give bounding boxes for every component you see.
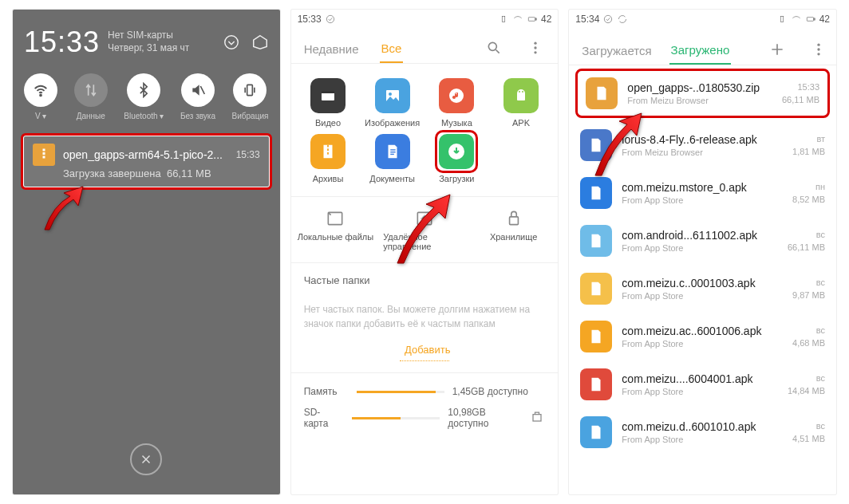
file-name: com.meizu.d..6001010.apk: [622, 420, 783, 433]
toggle-label: Данные: [77, 112, 105, 120]
storage-name: Память: [304, 386, 349, 397]
svg-point-39: [818, 48, 820, 50]
download-item[interactable]: com.android...6111002.apkFrom App Storeв…: [569, 217, 836, 265]
phone-notification-shade: 15:33 Нет SIM-карты Четверг, 31 мая чт V…: [13, 10, 280, 494]
toggle-label: Bluetooth ▾: [124, 112, 164, 120]
file-meta: вс9,87 MB: [792, 276, 825, 302]
file-name: com.meizu....6004001.apk: [622, 372, 778, 385]
file-icon: [586, 77, 618, 109]
expand-icon[interactable]: [223, 33, 240, 51]
location-item[interactable]: Локальные файлы: [291, 197, 381, 262]
file-meta: пн8,52 MB: [792, 180, 825, 207]
tab-downloaded[interactable]: Загружено: [669, 37, 732, 65]
category-Документы[interactable]: Документы: [360, 134, 424, 183]
clear-notifications-button[interactable]: [130, 443, 162, 475]
svg-point-7: [326, 15, 334, 22]
category-Видео[interactable]: Видео: [296, 78, 361, 128]
tab-recent[interactable]: Недавние: [302, 36, 361, 62]
svg-point-12: [535, 41, 537, 44]
svg-rect-9: [528, 18, 535, 22]
download-notification[interactable]: open_gapps-arm64-5.1-pico-2... 15:33 Заг…: [21, 133, 272, 190]
category-icon: [310, 134, 346, 169]
check-icon: [325, 14, 336, 25]
toggle-data[interactable]: Данные: [74, 73, 108, 120]
add-button[interactable]: Добавить: [400, 339, 449, 361]
add-icon[interactable]: [763, 38, 792, 64]
category-label: Изображения: [365, 118, 420, 128]
download-item[interactable]: lorus-8.4-Fly..6-release.apkFrom Meizu B…: [569, 121, 836, 169]
sync-icon: [617, 14, 628, 25]
storage-row[interactable]: Память1,45GB доступно: [304, 381, 546, 402]
tab-downloading[interactable]: Загружается: [580, 37, 653, 64]
status-time: 15:33: [298, 14, 322, 25]
category-label: Документы: [369, 174, 415, 183]
category-label: Загрузки: [439, 174, 474, 183]
file-meta: 15:3366,11 MB: [782, 81, 819, 107]
phone-downloads: 15:34 42 Загружается Загружено open_gapp…: [569, 10, 836, 494]
file-source: From App Store: [622, 387, 778, 396]
file-name: open_gapps-..0180530.zip: [627, 81, 772, 94]
fm-tabs: Недавние Все: [291, 29, 559, 64]
wifi-icon: [512, 14, 523, 25]
download-item[interactable]: open_gapps-..0180530.zipFrom Meizu Brows…: [575, 69, 830, 118]
notification-title: open_gapps-arm64-5.1-pico-2...: [63, 148, 228, 161]
svg-rect-27: [390, 154, 394, 155]
download-item[interactable]: com.meizu.ac..6001006.apkFrom App Storeв…: [569, 313, 836, 360]
category-Изображения[interactable]: Изображения: [360, 78, 424, 128]
file-source: From App Store: [622, 339, 783, 348]
svg-line-2: [200, 86, 204, 94]
sd-icon: [529, 409, 545, 427]
location-label: Локальные файлы: [298, 232, 373, 242]
toggle-mute[interactable]: Без звука: [180, 73, 215, 120]
file-icon: [580, 416, 612, 448]
file-meta: вс4,51 MB: [792, 419, 825, 446]
more-icon[interactable]: [524, 37, 547, 62]
file-meta: вс14,84 MB: [788, 372, 825, 398]
dl-tabs: Загружается Загружено: [569, 29, 836, 65]
toggle-wifi[interactable]: V ▾: [24, 73, 57, 120]
file-name: com.meizu.mstore_0.apk: [622, 181, 783, 194]
file-icon: [580, 129, 612, 161]
category-icon: [375, 78, 410, 113]
category-label: Музыка: [441, 118, 472, 128]
file-source: From App Store: [622, 435, 783, 444]
svg-point-31: [423, 217, 426, 220]
category-label: Архивы: [313, 174, 344, 183]
svg-rect-10: [535, 18, 536, 20]
toggle-label: V ▾: [35, 112, 46, 120]
more-icon[interactable]: [808, 38, 830, 64]
tab-all[interactable]: Все: [380, 35, 404, 63]
category-Музыка[interactable]: Музыка: [424, 78, 489, 128]
download-item[interactable]: com.meizu.d..6001010.apkFrom App Storeвс…: [569, 408, 836, 456]
svg-rect-32: [509, 217, 518, 225]
category-APK[interactable]: APK: [489, 78, 554, 128]
location-item[interactable]: Удалённое управление: [380, 197, 469, 262]
svg-point-0: [224, 36, 238, 49]
svg-point-1: [40, 95, 41, 96]
frequent-folders-title: Частые папки: [291, 263, 559, 297]
download-item[interactable]: com.meizu.c..0001003.apkFrom App Storeвс…: [569, 265, 836, 313]
download-item[interactable]: com.meizu.mstore_0.apkFrom App Storeпн8,…: [569, 169, 836, 217]
category-Загрузки[interactable]: Загрузки: [424, 134, 489, 183]
location-item[interactable]: Хранилище: [469, 197, 559, 262]
search-icon[interactable]: [483, 37, 505, 62]
svg-rect-35: [780, 17, 784, 22]
settings-icon[interactable]: [251, 33, 269, 51]
svg-point-11: [489, 42, 497, 50]
download-item[interactable]: com.meizu....6004001.apkFrom App Storeвс…: [569, 360, 836, 408]
svg-rect-36: [807, 18, 813, 22]
category-icon: [503, 78, 539, 113]
file-source: From App Store: [622, 291, 783, 301]
toggle-vibrate[interactable]: Вибрация: [232, 73, 269, 120]
file-source: From Meizu Browser: [627, 96, 772, 105]
svg-point-20: [519, 91, 520, 93]
svg-point-34: [605, 15, 612, 22]
svg-rect-22: [327, 145, 329, 148]
storage-row[interactable]: SD-карта10,98GB доступно: [304, 402, 546, 434]
downloads-list: open_gapps-..0180530.zipFrom Meizu Brows…: [569, 69, 836, 456]
category-Архивы[interactable]: Архивы: [296, 134, 361, 183]
toggle-bluetooth[interactable]: Bluetooth ▾: [124, 73, 164, 120]
storage-name: SD-карта: [304, 407, 345, 429]
category-icon: [439, 134, 474, 169]
file-icon: [580, 368, 612, 400]
